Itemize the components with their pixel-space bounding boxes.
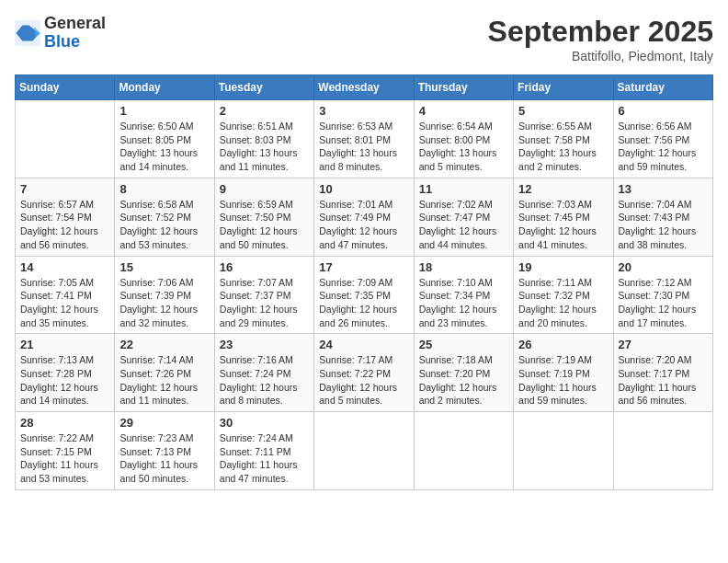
day-number: 22	[119, 338, 209, 351]
day-info: Sunrise: 7:07 AM Sunset: 7:37 PM Dayligh…	[220, 276, 309, 330]
calendar-cell: 13Sunrise: 7:04 AM Sunset: 7:43 PM Dayli…	[613, 178, 712, 256]
day-info: Sunrise: 6:54 AM Sunset: 8:00 PM Dayligh…	[419, 120, 508, 174]
day-info: Sunrise: 7:10 AM Sunset: 7:34 PM Dayligh…	[419, 276, 508, 330]
day-number: 7	[20, 182, 109, 196]
day-info: Sunrise: 7:16 AM Sunset: 7:24 PM Dayligh…	[220, 353, 309, 408]
calendar-cell: 9Sunrise: 6:59 AM Sunset: 7:50 PM Daylig…	[214, 178, 313, 256]
day-of-week-header: Thursday	[414, 75, 513, 100]
day-number: 15	[119, 260, 209, 274]
calendar-cell: 14Sunrise: 7:05 AM Sunset: 7:41 PM Dayli…	[16, 256, 115, 334]
day-number: 12	[518, 182, 608, 196]
day-number: 24	[319, 338, 408, 351]
calendar-cell: 17Sunrise: 7:09 AM Sunset: 7:35 PM Dayli…	[314, 256, 414, 334]
calendar-cell: 16Sunrise: 7:07 AM Sunset: 7:37 PM Dayli…	[214, 256, 313, 334]
calendar-cell	[16, 100, 115, 178]
calendar-cell: 12Sunrise: 7:03 AM Sunset: 7:45 PM Dayli…	[514, 178, 613, 256]
calendar-cell: 8Sunrise: 6:58 AM Sunset: 7:52 PM Daylig…	[115, 178, 214, 256]
logo-general: General	[44, 15, 106, 33]
day-info: Sunrise: 7:24 AM Sunset: 7:11 PM Dayligh…	[220, 431, 309, 486]
calendar-cell: 28Sunrise: 7:22 AM Sunset: 7:15 PM Dayli…	[16, 412, 115, 490]
day-info: Sunrise: 6:57 AM Sunset: 7:54 PM Dayligh…	[20, 198, 109, 252]
calendar-cell: 21Sunrise: 7:13 AM Sunset: 7:28 PM Dayli…	[16, 334, 115, 412]
day-info: Sunrise: 6:55 AM Sunset: 7:58 PM Dayligh…	[518, 120, 608, 174]
day-number: 21	[20, 338, 109, 351]
day-info: Sunrise: 7:22 AM Sunset: 7:15 PM Dayligh…	[20, 431, 109, 486]
day-info: Sunrise: 6:53 AM Sunset: 8:01 PM Dayligh…	[319, 120, 408, 174]
calendar-cell: 25Sunrise: 7:18 AM Sunset: 7:20 PM Dayli…	[414, 334, 513, 412]
day-info: Sunrise: 7:19 AM Sunset: 7:19 PM Dayligh…	[518, 353, 608, 408]
day-of-week-header: Sunday	[16, 75, 115, 100]
day-number: 9	[220, 182, 309, 196]
calendar-cell: 29Sunrise: 7:23 AM Sunset: 7:13 PM Dayli…	[115, 412, 214, 490]
day-info: Sunrise: 7:20 AM Sunset: 7:17 PM Dayligh…	[619, 353, 708, 408]
calendar-cell: 30Sunrise: 7:24 AM Sunset: 7:11 PM Dayli…	[214, 412, 313, 490]
day-number: 4	[419, 104, 508, 118]
calendar-week-row: 14Sunrise: 7:05 AM Sunset: 7:41 PM Dayli…	[16, 256, 713, 334]
logo-icon	[15, 20, 40, 46]
day-number: 27	[619, 338, 708, 351]
day-number: 14	[20, 260, 109, 274]
day-info: Sunrise: 7:14 AM Sunset: 7:26 PM Dayligh…	[119, 353, 209, 408]
calendar-cell: 24Sunrise: 7:17 AM Sunset: 7:22 PM Dayli…	[314, 334, 414, 412]
day-number: 13	[619, 182, 708, 196]
calendar-cell: 5Sunrise: 6:55 AM Sunset: 7:58 PM Daylig…	[514, 100, 613, 178]
calendar-cell: 23Sunrise: 7:16 AM Sunset: 7:24 PM Dayli…	[214, 334, 313, 412]
calendar-week-row: 7Sunrise: 6:57 AM Sunset: 7:54 PM Daylig…	[16, 178, 713, 256]
day-info: Sunrise: 7:18 AM Sunset: 7:20 PM Dayligh…	[419, 353, 508, 408]
day-info: Sunrise: 7:11 AM Sunset: 7:32 PM Dayligh…	[518, 276, 608, 330]
day-of-week-header: Saturday	[613, 75, 712, 100]
calendar-cell: 20Sunrise: 7:12 AM Sunset: 7:30 PM Dayli…	[613, 256, 712, 334]
day-number: 29	[119, 416, 209, 430]
calendar-cell: 11Sunrise: 7:02 AM Sunset: 7:47 PM Dayli…	[414, 178, 513, 256]
day-number: 23	[220, 338, 309, 351]
calendar-cell: 7Sunrise: 6:57 AM Sunset: 7:54 PM Daylig…	[16, 178, 115, 256]
day-info: Sunrise: 6:51 AM Sunset: 8:03 PM Dayligh…	[220, 120, 309, 174]
day-info: Sunrise: 7:05 AM Sunset: 7:41 PM Dayligh…	[20, 276, 109, 330]
calendar-cell: 2Sunrise: 6:51 AM Sunset: 8:03 PM Daylig…	[214, 100, 313, 178]
calendar-cell: 27Sunrise: 7:20 AM Sunset: 7:17 PM Dayli…	[613, 334, 712, 412]
calendar-cell: 6Sunrise: 6:56 AM Sunset: 7:56 PM Daylig…	[613, 100, 712, 178]
day-info: Sunrise: 7:12 AM Sunset: 7:30 PM Dayligh…	[619, 276, 708, 330]
day-info: Sunrise: 7:03 AM Sunset: 7:45 PM Dayligh…	[518, 198, 608, 252]
day-info: Sunrise: 7:13 AM Sunset: 7:28 PM Dayligh…	[20, 353, 109, 408]
day-number: 25	[419, 338, 508, 351]
page-header: General Blue September 2025 Battifollo, …	[15, 15, 713, 63]
calendar-cell: 15Sunrise: 7:06 AM Sunset: 7:39 PM Dayli…	[115, 256, 214, 334]
day-number: 6	[619, 104, 708, 118]
day-number: 3	[319, 104, 408, 118]
day-number: 8	[119, 182, 209, 196]
location-subtitle: Battifollo, Piedmont, Italy	[488, 49, 713, 63]
calendar-cell: 18Sunrise: 7:10 AM Sunset: 7:34 PM Dayli…	[414, 256, 513, 334]
day-of-week-header: Tuesday	[214, 75, 313, 100]
day-info: Sunrise: 7:09 AM Sunset: 7:35 PM Dayligh…	[319, 276, 408, 330]
day-number: 2	[220, 104, 309, 118]
day-number: 28	[20, 416, 109, 430]
day-number: 17	[319, 260, 408, 274]
logo-text: General Blue	[44, 15, 106, 52]
calendar-cell	[314, 412, 414, 490]
calendar-cell	[414, 412, 513, 490]
day-info: Sunrise: 6:59 AM Sunset: 7:50 PM Dayligh…	[220, 198, 309, 252]
day-info: Sunrise: 6:50 AM Sunset: 8:05 PM Dayligh…	[119, 120, 209, 174]
calendar-cell	[613, 412, 712, 490]
calendar-cell: 26Sunrise: 7:19 AM Sunset: 7:19 PM Dayli…	[514, 334, 613, 412]
calendar-cell: 22Sunrise: 7:14 AM Sunset: 7:26 PM Dayli…	[115, 334, 214, 412]
day-info: Sunrise: 7:02 AM Sunset: 7:47 PM Dayligh…	[419, 198, 508, 252]
header-row: SundayMondayTuesdayWednesdayThursdayFrid…	[16, 75, 713, 100]
day-info: Sunrise: 7:04 AM Sunset: 7:43 PM Dayligh…	[619, 198, 708, 252]
month-title: September 2025	[488, 15, 713, 49]
calendar-cell: 19Sunrise: 7:11 AM Sunset: 7:32 PM Dayli…	[514, 256, 613, 334]
day-info: Sunrise: 7:06 AM Sunset: 7:39 PM Dayligh…	[119, 276, 209, 330]
day-number: 19	[518, 260, 608, 274]
calendar-table: SundayMondayTuesdayWednesdayThursdayFrid…	[15, 75, 713, 490]
day-number: 10	[319, 182, 408, 196]
day-info: Sunrise: 7:17 AM Sunset: 7:22 PM Dayligh…	[319, 353, 408, 408]
calendar-week-row: 1Sunrise: 6:50 AM Sunset: 8:05 PM Daylig…	[16, 100, 713, 178]
day-info: Sunrise: 7:01 AM Sunset: 7:49 PM Dayligh…	[319, 198, 408, 252]
logo: General Blue	[15, 15, 106, 52]
day-of-week-header: Wednesday	[314, 75, 414, 100]
calendar-cell: 1Sunrise: 6:50 AM Sunset: 8:05 PM Daylig…	[115, 100, 214, 178]
calendar-cell: 10Sunrise: 7:01 AM Sunset: 7:49 PM Dayli…	[314, 178, 414, 256]
title-block: September 2025 Battifollo, Piedmont, Ita…	[488, 15, 713, 63]
day-info: Sunrise: 6:56 AM Sunset: 7:56 PM Dayligh…	[619, 120, 708, 174]
